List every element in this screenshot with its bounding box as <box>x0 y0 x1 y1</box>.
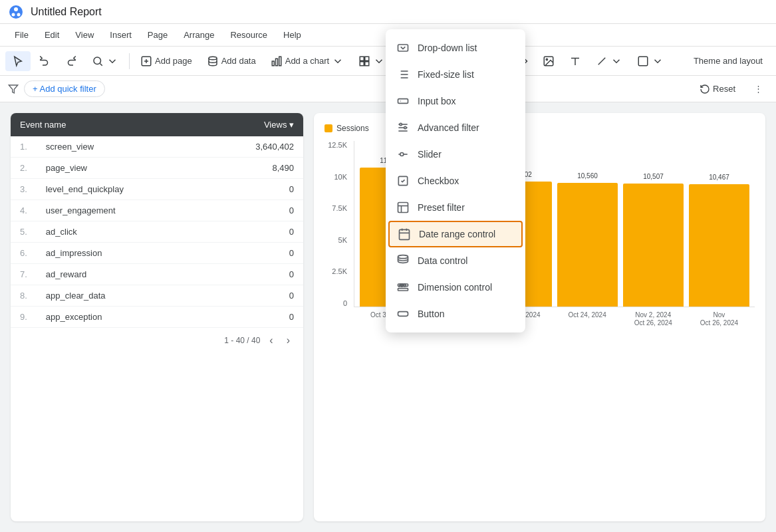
dropdown-item-dimension-control[interactable]: ABC Dimension control <box>386 274 525 301</box>
menu-help[interactable]: Help <box>277 27 308 43</box>
text-button[interactable] <box>563 51 588 71</box>
row-views: 0 <box>204 179 303 200</box>
checkbox-icon <box>396 174 410 188</box>
row-num: 4. <box>11 200 37 221</box>
row-num: 9. <box>11 307 37 328</box>
add-control-dropdown: Drop-down list Fixed-size list Input box… <box>386 29 525 332</box>
row-views: 0 <box>204 243 303 264</box>
svg-rect-12 <box>279 57 281 66</box>
dropdown-item-dropdown-list[interactable]: Drop-down list <box>386 35 525 61</box>
y-label-3: 5K <box>338 236 347 244</box>
bar: 10,507 <box>623 184 684 307</box>
dropdown-item-fixed-size-list[interactable]: Fixed-size list <box>386 61 525 88</box>
svg-rect-34 <box>398 99 408 104</box>
redo-button[interactable] <box>59 51 84 71</box>
dropdown-item-input-box[interactable]: Input box <box>386 88 525 114</box>
chevron-down-icon <box>106 55 118 67</box>
dropdown-list-label: Drop-down list <box>418 43 477 53</box>
reset-icon <box>700 84 710 94</box>
add-chart-label: Add a chart <box>285 56 330 66</box>
next-page-button[interactable]: › <box>283 333 294 348</box>
prev-page-button[interactable]: ‹ <box>265 333 277 348</box>
svg-rect-16 <box>365 61 369 65</box>
y-label-5: 0 <box>343 299 347 307</box>
dropdown-item-data-control[interactable]: Data control <box>386 247 525 274</box>
add-data-button[interactable]: Add data <box>200 51 263 71</box>
bar-value-label: 10,507 <box>643 173 664 180</box>
svg-point-1 <box>14 7 18 11</box>
svg-rect-47 <box>400 229 410 239</box>
svg-rect-11 <box>275 59 277 66</box>
row-num: 6. <box>11 243 37 264</box>
menu-page[interactable]: Page <box>141 27 174 43</box>
add-data-label: Add data <box>221 56 256 66</box>
svg-line-25 <box>598 57 606 65</box>
menu-view[interactable]: View <box>68 27 100 43</box>
row-num: 7. <box>11 264 37 285</box>
more-options-button[interactable]: ⋮ <box>749 81 768 96</box>
row-views: 0 <box>204 221 303 243</box>
add-chart-button[interactable]: Add a chart <box>264 51 351 71</box>
table-row: 7. ad_reward 0 <box>11 264 303 285</box>
svg-point-9 <box>209 57 217 60</box>
dimension-control-icon: ABC <box>396 281 410 294</box>
slider-icon <box>396 148 410 161</box>
select-tool-button[interactable] <box>5 51 31 71</box>
table-header-views[interactable]: Views ▾ <box>204 113 303 136</box>
row-event-name: ad_click <box>37 221 204 243</box>
component-chevron-icon <box>373 55 385 67</box>
bar-group: 10,467 <box>689 184 749 307</box>
dropdown-item-preset-filter[interactable]: Preset filter <box>386 194 525 221</box>
menu-resource[interactable]: Resource <box>223 27 274 43</box>
zoom-button[interactable] <box>85 51 125 71</box>
svg-rect-14 <box>365 57 369 61</box>
dimension-control-label: Dimension control <box>418 282 492 293</box>
dropdown-item-checkbox[interactable]: Checkbox <box>386 168 525 194</box>
advanced-filter-icon <box>396 121 410 134</box>
reset-label: Reset <box>713 84 735 94</box>
image-button[interactable] <box>536 51 561 71</box>
dropdown-item-slider[interactable]: Slider <box>386 141 525 168</box>
bar: 10,467 <box>689 184 749 307</box>
svg-rect-15 <box>360 61 364 65</box>
dropdown-item-date-range-control[interactable]: Date range control <box>388 221 523 247</box>
table-row: 9. app_exception 0 <box>11 307 303 328</box>
date-range-control-label: Date range control <box>419 229 495 239</box>
reset-button[interactable]: Reset <box>692 81 743 97</box>
add-page-label: Add page <box>155 56 192 66</box>
menu-edit[interactable]: Edit <box>38 27 66 43</box>
shape-chevron-icon <box>652 55 664 67</box>
chart-container: Sessions 12.5K 10K 7.5K 5K 2.5K 0 11,857… <box>314 113 765 521</box>
add-quick-filter-button[interactable]: + Add quick filter <box>24 80 105 97</box>
y-label-2: 7.5K <box>332 204 347 212</box>
input-box-label: Input box <box>418 96 456 106</box>
undo-button[interactable] <box>32 51 57 71</box>
table-row: 5. ad_click 0 <box>11 221 303 243</box>
menu-insert[interactable]: Insert <box>103 27 138 43</box>
bar-value-label: 10,560 <box>577 172 598 180</box>
svg-marker-27 <box>9 85 17 93</box>
svg-point-39 <box>400 123 402 125</box>
svg-rect-13 <box>360 57 364 61</box>
checkbox-label: Checkbox <box>418 176 459 186</box>
line-button[interactable] <box>589 51 629 71</box>
table-row: 1. screen_view 3,640,402 <box>11 136 303 158</box>
add-page-icon <box>140 55 152 67</box>
page-title: Untitled Report <box>31 6 102 18</box>
date-range-control-icon <box>398 227 411 241</box>
svg-line-5 <box>100 63 102 65</box>
row-event-name: app_exception <box>37 307 204 328</box>
dropdown-item-button[interactable]: Button <box>386 301 525 327</box>
input-box-icon <box>396 94 410 108</box>
add-page-button[interactable]: Add page <box>134 51 199 71</box>
bar-group: 10,560 <box>557 183 618 307</box>
shape-button[interactable] <box>630 51 670 71</box>
menu-arrange[interactable]: Arrange <box>177 27 221 43</box>
dropdown-item-advanced-filter[interactable]: Advanced filter <box>386 114 525 141</box>
row-event-name: ad_impression <box>37 243 204 264</box>
menu-file[interactable]: File <box>8 27 35 43</box>
data-table-container: Event name Views ▾ 1. screen_view 3,640,… <box>11 113 303 521</box>
line-chevron-icon <box>610 55 622 67</box>
table-footer: 1 - 40 / 40 ‹ › <box>11 328 303 353</box>
theme-layout-button[interactable]: Theme and layout <box>686 52 771 70</box>
